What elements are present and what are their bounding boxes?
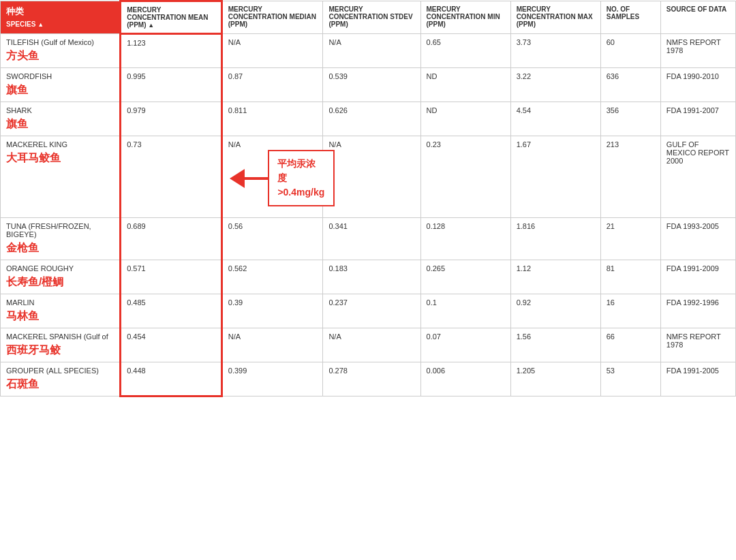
mercury-annotation: 平均汞浓度 >0.4mg/kg <box>230 150 335 206</box>
min-cell: 0.23 <box>420 136 510 218</box>
samples-cell: 21 <box>600 218 660 260</box>
samples-cell: 16 <box>600 294 660 328</box>
species-english: MARLIN <box>6 298 35 307</box>
mean-value: 0.454 <box>127 332 146 341</box>
source-cell: FDA 1993-2005 <box>660 218 735 260</box>
species-english: MACKEREL SPANISH (Gulf of <box>6 332 108 341</box>
annotation-line2: >0.4mg/kg <box>277 185 324 200</box>
species-cell: MACKEREL SPANISH (Gulf of西班牙马鲛 <box>1 328 121 362</box>
source-cell: NMFS REPORT 1978 <box>660 328 735 362</box>
species-sort-icon: ▲ <box>37 21 44 28</box>
median-cell: 0.56 <box>221 218 323 260</box>
min-cell: 0.07 <box>420 328 510 362</box>
min-header: MERCURY CONCENTRATION MIN (PPM) <box>420 1 510 34</box>
species-english: SHARK <box>6 106 32 114</box>
species-english: GROUPER (ALL SPECIES) <box>6 367 99 375</box>
mean-sort-icon: ▲ <box>148 22 154 29</box>
stdev-cell: N/A <box>323 328 420 362</box>
species-cell: ORANGE ROUGHY长寿鱼/橙鲷 <box>1 260 121 294</box>
mean-cell: 0.73 <box>121 136 222 218</box>
mean-cell: 0.995 <box>121 68 222 102</box>
min-cell: ND <box>420 68 510 102</box>
min-cell: 0.265 <box>420 260 510 294</box>
stdev-cell: N/A <box>323 136 420 218</box>
median-cell: N/A 平均汞浓度 >0.4mg/kg <box>221 136 323 218</box>
source-cell: FDA 1990-2010 <box>660 68 735 102</box>
mean-value: 0.979 <box>127 106 146 114</box>
median-cell: 0.399 <box>221 362 323 396</box>
max-header-label: MERCURY CONCENTRATION MAX (PPM) <box>517 5 593 28</box>
species-english: ORANGE ROUGHY <box>6 264 74 273</box>
min-cell: 0.006 <box>420 362 510 396</box>
mean-cell: 0.448 <box>121 362 222 396</box>
species-chinese: 长寿鱼/橙鲷 <box>6 275 114 290</box>
arrow-left-head <box>230 169 245 188</box>
max-cell: 0.92 <box>510 294 600 328</box>
source-cell: GULF OF MEXICO REPORT 2000 <box>660 136 735 218</box>
stdev-header-label: MERCURY CONCENTRATION STDEV (PPM) <box>328 5 412 28</box>
species-header-en: SPECIES <box>6 20 35 28</box>
species-english: MACKEREL KING <box>6 140 67 149</box>
species-chinese: 石斑鱼 <box>6 377 114 392</box>
samples-header: NO. OF SAMPLES <box>600 1 660 34</box>
source-cell: FDA 1992-1996 <box>660 294 735 328</box>
species-header-zh: 种类 <box>6 5 114 18</box>
samples-cell: 636 <box>600 68 660 102</box>
mean-cell: 0.979 <box>121 102 222 136</box>
mean-header[interactable]: MERCURY CONCENTRATION MEAN (PPM) ▲ <box>121 1 222 34</box>
mean-cell: 0.454 <box>121 328 222 362</box>
max-cell: 1.816 <box>510 218 600 260</box>
stdev-cell: N/A <box>323 34 420 68</box>
species-header[interactable]: 种类 SPECIES ▲ <box>1 1 121 34</box>
species-chinese: 旗鱼 <box>6 117 114 131</box>
mean-cell: 0.571 <box>121 260 222 294</box>
samples-header-label: NO. OF SAMPLES <box>607 5 639 20</box>
species-cell: TUNA (FRESH/FROZEN, BIGEYE)金枪鱼 <box>1 218 121 260</box>
mean-header-label: MERCURY CONCENTRATION MEAN (PPM) <box>127 6 208 29</box>
median-cell: N/A <box>221 328 323 362</box>
source-cell: FDA 1991-2009 <box>660 260 735 294</box>
stdev-header: MERCURY CONCENTRATION STDEV (PPM) <box>323 1 420 34</box>
source-cell: FDA 1991-2005 <box>660 362 735 396</box>
samples-cell: 53 <box>600 362 660 396</box>
mean-value: 0.995 <box>127 72 146 80</box>
mean-cell: 0.485 <box>121 294 222 328</box>
annotation-line1: 平均汞浓度 <box>277 157 324 185</box>
median-cell: N/A <box>221 34 323 68</box>
mean-value: 0.73 <box>127 140 141 149</box>
median-header: MERCURY CONCENTRATION MEDIAN (PPM) <box>221 1 323 34</box>
species-cell: GROUPER (ALL SPECIES)石斑鱼 <box>1 362 121 396</box>
source-header-label: SOURCE OF DATA <box>666 5 727 13</box>
samples-cell: 81 <box>600 260 660 294</box>
min-cell: ND <box>420 102 510 136</box>
stdev-cell: 0.237 <box>323 294 420 328</box>
species-cell: TILEFISH (Gulf of Mexico)方头鱼 <box>1 34 121 68</box>
stdev-cell: 0.626 <box>323 102 420 136</box>
max-cell: 1.56 <box>510 328 600 362</box>
max-cell: 1.205 <box>510 362 600 396</box>
species-english: TUNA (FRESH/FROZEN, BIGEYE) <box>6 222 91 238</box>
mean-value: 0.485 <box>127 298 146 307</box>
species-chinese: 旗鱼 <box>6 83 114 97</box>
median-cell: 0.811 <box>221 102 323 136</box>
min-cell: 0.128 <box>420 218 510 260</box>
stdev-cell: 0.278 <box>323 362 420 396</box>
stdev-cell: 0.341 <box>323 218 420 260</box>
arrow-stem <box>245 177 269 180</box>
samples-cell: 356 <box>600 102 660 136</box>
min-cell: 0.1 <box>420 294 510 328</box>
species-english: SWORDFISH <box>6 72 52 80</box>
max-header: MERCURY CONCENTRATION MAX (PPM) <box>510 1 600 34</box>
source-cell: NMFS REPORT 1978 <box>660 34 735 68</box>
max-cell: 3.22 <box>510 68 600 102</box>
mean-value: 0.689 <box>127 222 146 230</box>
species-chinese: 西班牙马鲛 <box>6 343 114 358</box>
source-cell: FDA 1991-2007 <box>660 102 735 136</box>
max-cell: 3.73 <box>510 34 600 68</box>
species-english: TILEFISH (Gulf of Mexico) <box>6 38 94 46</box>
min-cell: 0.65 <box>420 34 510 68</box>
mean-value: 1.123 <box>127 39 146 47</box>
max-cell: 1.67 <box>510 136 600 218</box>
species-cell: MACKEREL KING大耳马鲛鱼 <box>1 136 121 218</box>
mean-cell: 1.123 <box>121 34 222 68</box>
